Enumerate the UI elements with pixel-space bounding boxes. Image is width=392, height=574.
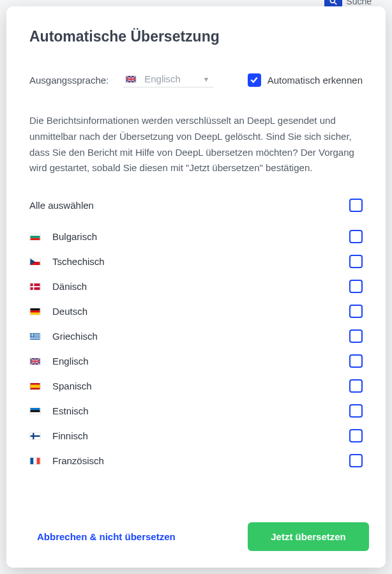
flag-icon	[29, 258, 41, 266]
svg-point-0	[331, 0, 335, 3]
svg-rect-31	[31, 458, 34, 464]
auto-detect-label: Automatisch erkennen	[268, 75, 363, 86]
svg-rect-33	[37, 458, 40, 464]
language-checkbox[interactable]	[349, 454, 363, 467]
translate-modal: Automatische Übersetzung Ausgangssprache…	[6, 6, 386, 568]
svg-rect-10	[31, 286, 40, 287]
language-name: Finnisch	[52, 430, 88, 441]
modal-footer: Abbrechen & nicht übersetzen Jetzt übers…	[6, 510, 386, 568]
svg-rect-17	[31, 336, 40, 337]
language-name: Tschechisch	[52, 256, 105, 267]
language-name: Bulgarisch	[52, 231, 97, 242]
language-row: Griechisch	[29, 324, 363, 349]
flag-icon	[29, 382, 41, 390]
language-checkbox[interactable]	[349, 329, 363, 343]
select-all-label: Alle auswählen	[29, 200, 94, 211]
source-language-row: Ausgangssprache: Englisch ▾ Automatisch …	[29, 72, 363, 87]
svg-rect-30	[31, 435, 40, 436]
select-all-checkbox[interactable]	[349, 199, 363, 212]
svg-rect-21	[31, 335, 34, 335]
language-checkbox[interactable]	[349, 255, 363, 268]
auto-detect-group: Automatisch erkennen	[248, 73, 363, 87]
svg-rect-13	[31, 312, 40, 314]
svg-rect-24	[31, 384, 40, 388]
language-row: Tschechisch	[29, 249, 363, 274]
translate-now-button[interactable]: Jetzt übersetzen	[248, 522, 369, 551]
language-name: Französisch	[52, 455, 104, 466]
source-language-label: Ausgangssprache:	[29, 75, 109, 86]
flag-icon	[29, 432, 41, 440]
svg-rect-4	[31, 236, 40, 238]
svg-rect-26	[31, 410, 40, 412]
language-row: Finnisch	[29, 423, 363, 448]
flag-icon	[29, 407, 41, 415]
language-name: Spanisch	[52, 381, 92, 391]
language-row: Dänisch	[29, 274, 363, 299]
language-checkbox[interactable]	[349, 429, 363, 442]
language-name: Dänisch	[52, 281, 87, 292]
language-row: Französisch	[29, 448, 363, 473]
flag-icon	[29, 308, 41, 315]
flag-icon	[29, 233, 41, 241]
chevron-down-icon: ▾	[204, 75, 208, 84]
svg-line-1	[335, 3, 337, 5]
language-row: Englisch	[29, 349, 363, 374]
language-name: Estnisch	[52, 405, 89, 416]
language-row: Spanisch	[29, 374, 363, 398]
language-row: Estnisch	[29, 398, 363, 423]
select-all-row: Alle auswählen	[29, 193, 363, 218]
svg-rect-27	[31, 412, 40, 414]
language-checkbox[interactable]	[349, 280, 363, 293]
language-checkbox[interactable]	[349, 230, 363, 243]
background-search-label: Suche	[346, 0, 372, 6]
source-language-value: Englisch	[144, 73, 181, 84]
language-row: Deutsch	[29, 299, 363, 324]
language-name: Griechisch	[52, 331, 98, 342]
language-checkbox[interactable]	[349, 379, 363, 393]
flag-icon	[29, 358, 41, 365]
language-row: Bulgarisch	[29, 224, 363, 249]
language-checkbox[interactable]	[349, 305, 363, 318]
flag-icon	[29, 457, 41, 465]
svg-rect-32	[34, 458, 37, 464]
language-list: BulgarischTschechischDänischDeutschGriec…	[29, 224, 363, 473]
language-name: Englisch	[52, 356, 89, 366]
svg-rect-25	[31, 408, 40, 410]
flag-icon	[125, 75, 137, 83]
svg-rect-3	[31, 234, 40, 236]
modal-title: Automatische Übersetzung	[29, 28, 363, 45]
svg-rect-12	[31, 310, 40, 312]
auto-detect-checkbox[interactable]	[248, 73, 261, 87]
language-name: Deutsch	[52, 306, 87, 317]
language-checkbox[interactable]	[349, 354, 363, 368]
svg-rect-5	[31, 238, 40, 239]
language-checkbox[interactable]	[349, 404, 363, 418]
description-text: Die Berichtsinformationen werden verschl…	[29, 113, 363, 176]
flag-icon	[29, 333, 41, 340]
flag-icon	[29, 283, 41, 291]
cancel-button[interactable]: Abbrechen & nicht übersetzen	[23, 522, 190, 551]
source-language-select[interactable]: Englisch ▾	[124, 72, 213, 87]
modal-scroll-area[interactable]: Automatische Übersetzung Ausgangssprache…	[6, 6, 386, 510]
svg-rect-11	[31, 308, 40, 310]
svg-rect-18	[31, 338, 40, 338]
